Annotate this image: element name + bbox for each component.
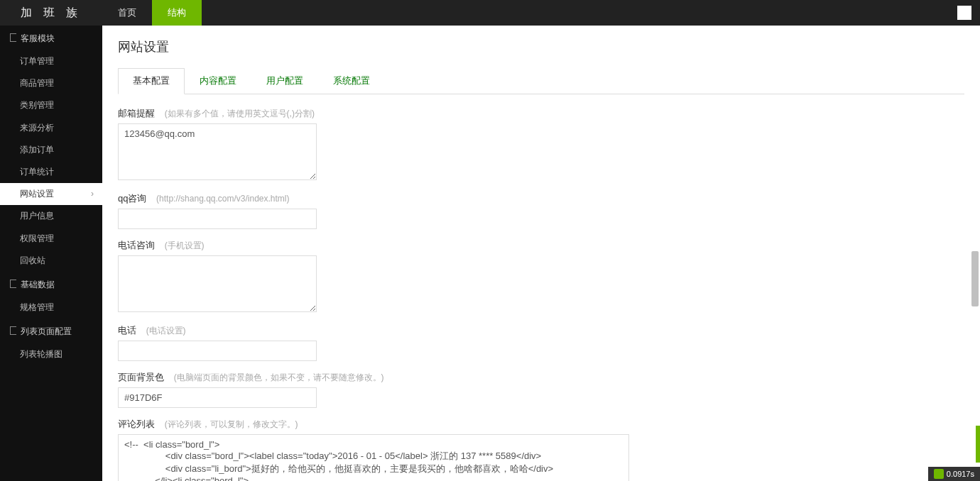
sidebar-item-categories[interactable]: 类别管理 [0,94,102,116]
sidebar-group-listpage: 列表页面配置 [0,319,102,343]
email-field[interactable] [118,123,317,180]
sidebar-item-recycle[interactable]: 回收站 [0,250,102,272]
sidebar: 客服模块 订单管理 商品管理 类别管理 来源分析 添加订单 订单统计 网站设置 … [0,26,102,481]
tab-system[interactable]: 系统配置 [318,68,385,94]
label-bgcolor: 页面背景色 [118,372,164,382]
sidebar-group-customer: 客服模块 [0,26,102,50]
sidebar-item-source[interactable]: 来源分析 [0,117,102,139]
label-phone: 电话 [118,325,136,336]
tab-user[interactable]: 用户配置 [251,68,318,94]
comments-field[interactable] [118,434,629,481]
settings-tabs: 基本配置 内容配置 用户配置 系统配置 [118,68,964,94]
sidebar-item-orders[interactable]: 订单管理 [0,50,102,72]
hint-comments: (评论列表，可以复制，修改文字。) [165,419,298,429]
sidebar-item-order-stats[interactable]: 订单统计 [0,161,102,183]
sidebar-item-site-settings[interactable]: 网站设置 [0,183,102,205]
tab-basic[interactable]: 基本配置 [118,68,185,94]
main-content: 网站设置 基本配置 内容配置 用户配置 系统配置 邮箱提醒 (如果有多个值，请使… [102,26,980,481]
sidebar-item-specs[interactable]: 规格管理 [0,297,102,319]
sidebar-item-products[interactable]: 商品管理 [0,72,102,94]
topbar: 加 班 族 首页 结构 [0,0,980,26]
hint-bgcolor: (电脑端页面的背景颜色，如果不变，请不要随意修改。) [174,372,384,382]
perf-badge: 0.0917s [928,467,980,481]
phone-field[interactable] [118,341,317,361]
hint-email: (如果有多个值，请使用英文逗号(,)分割) [165,109,315,118]
bgcolor-field[interactable] [118,387,317,408]
tab-content[interactable]: 内容配置 [185,68,251,94]
hint-qq: (http://shang.qq.com/v3/index.html) [156,194,289,204]
topnav: 首页 结构 [102,0,202,26]
phone-consult-field[interactable] [118,255,317,312]
sidebar-item-permissions[interactable]: 权限管理 [0,228,102,250]
brand-logo: 加 班 族 [0,6,102,21]
label-email: 邮箱提醒 [118,108,155,118]
status-indicator [976,426,980,463]
qq-field[interactable] [118,209,317,229]
page-title: 网站设置 [118,38,964,55]
sidebar-item-carousel[interactable]: 列表轮播图 [0,343,102,365]
user-icon[interactable] [957,6,971,20]
topbar-right [957,6,971,20]
label-qq: qq咨询 [118,193,146,204]
perf-icon [934,469,944,479]
perf-time: 0.0917s [947,470,974,478]
sidebar-group-basedata: 基础数据 [0,272,102,297]
hint-phone-consult: (手机设置) [165,240,205,250]
topnav-structure[interactable]: 结构 [152,0,202,26]
label-phone-consult: 电话咨询 [118,240,155,250]
sidebar-item-user-info[interactable]: 用户信息 [0,205,102,227]
hint-phone: (电话设置) [146,326,186,336]
label-comments: 评论列表 [118,419,155,429]
scrollbar[interactable] [971,26,979,481]
scroll-thumb[interactable] [971,251,979,306]
topnav-home[interactable]: 首页 [102,0,152,26]
sidebar-item-add-order[interactable]: 添加订单 [0,139,102,161]
